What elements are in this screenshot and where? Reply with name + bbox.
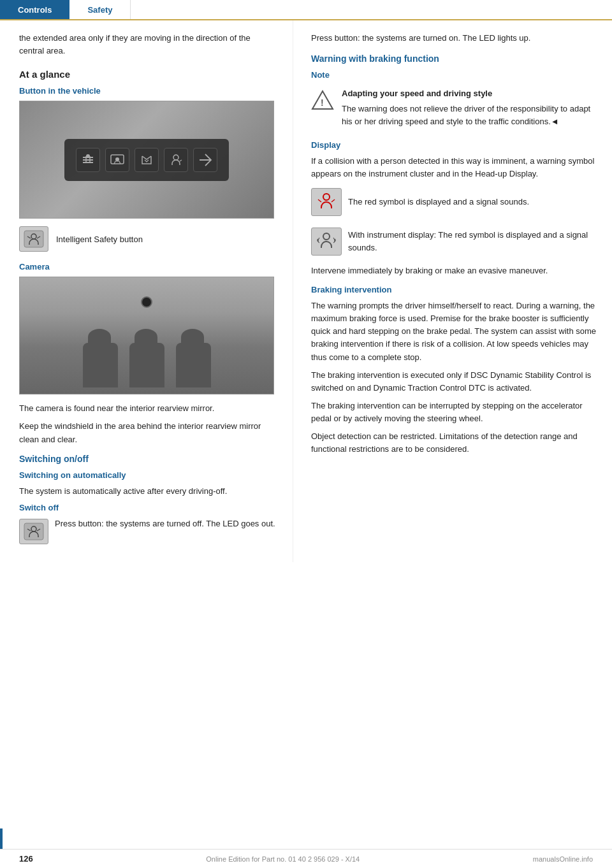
switching-auto-heading: Switching on automatically [19, 470, 277, 480]
header-tabs: Controls Safety [0, 0, 612, 20]
seats-row [83, 343, 211, 387]
svg-point-9 [323, 194, 330, 200]
left-column: the extended area only if they are movin… [0, 20, 293, 562]
display-icon-text-1: The red symbol is displayed and a signal… [348, 196, 529, 208]
svg-point-2 [115, 157, 119, 161]
braking-heading: Braking intervention [311, 285, 597, 294]
display-heading: Display [311, 140, 597, 150]
auto-desc: The system is automatically active after… [19, 485, 277, 498]
tab-controls[interactable]: Controls [0, 0, 69, 19]
display-icon-2 [311, 228, 342, 256]
blue-accent-bar [0, 828, 3, 849]
btn-icon-2 [105, 148, 129, 172]
display-text: If a collision with a person detected in… [311, 155, 597, 180]
tab-safety[interactable]: Safety [69, 0, 131, 19]
seat-center [129, 343, 164, 387]
footer: 126 Online Edition for Part no. 01 40 2 … [0, 849, 612, 868]
vehicle-button-image [19, 101, 274, 219]
switch-off-heading: Switch off [19, 503, 277, 512]
note-text2: The warning does not relieve the driver … [342, 103, 597, 128]
display-icon-text-2: With instrument display: The red symbol … [348, 229, 597, 254]
tab-safety-label: Safety [87, 5, 112, 15]
display-icon-1 [311, 188, 342, 216]
svg-text:!: ! [321, 98, 324, 108]
camera-heading: Camera [19, 262, 277, 271]
online-edition: Online Edition for Part no. 01 40 2 956 … [206, 855, 360, 863]
note-text1: Adapting your speed and driving style [342, 87, 597, 100]
svg-point-10 [323, 233, 330, 240]
display-icon-row-2: With instrument display: The red symbol … [311, 225, 597, 258]
braking-text2: The braking intervention is executed onl… [311, 369, 597, 394]
intelligent-safety-label: Intelligent Safety button [56, 235, 143, 244]
intelligent-safety-row: Intelligent Safety button [19, 226, 277, 252]
warning-box: ! Adapting your speed and driving style … [311, 85, 597, 131]
page-number: 126 [19, 854, 33, 864]
button-in-vehicle-heading: Button in the vehicle [19, 86, 277, 96]
main-content: the extended area only if they are movin… [0, 20, 612, 562]
warning-heading: Warning with braking function [311, 54, 597, 64]
camera-desc1: The camera is found near the interior re… [19, 402, 277, 415]
switch-off-row: Press button: the systems are turned off… [19, 517, 277, 544]
camera-image [19, 277, 274, 394]
warning-triangle-icon: ! [311, 89, 334, 112]
btn-icon-1 [76, 148, 100, 172]
seat-right [176, 343, 211, 387]
braking-text3: The braking intervention can be interrup… [311, 400, 597, 425]
right-column: Press button: the systems are turned on.… [293, 20, 612, 562]
intervene-text: Intervene immediately by braking or make… [311, 264, 597, 277]
svg-point-0 [86, 154, 90, 158]
warning-text-block: Adapting your speed and driving style Th… [342, 87, 597, 128]
braking-text1: The warning prompts the driver himself/h… [311, 300, 597, 364]
at-a-glance-heading: At a glance [19, 69, 277, 80]
camera-dot [141, 296, 152, 308]
braking-text4: Object detection can be restricted. Limi… [311, 430, 597, 456]
btn-icon-3 [135, 148, 159, 172]
btn-icon-5 [193, 148, 217, 172]
svg-point-3 [173, 155, 178, 160]
intro-text: the extended area only if they are movin… [19, 32, 277, 57]
watermark: manualsOnline.info [533, 855, 593, 863]
seat-left [83, 343, 118, 387]
display-icon-row-1: The red symbol is displayed and a signal… [311, 185, 597, 219]
switch-off-desc: Press button: the systems are turned off… [55, 517, 275, 530]
tab-controls-label: Controls [18, 5, 52, 15]
note-label: Note [311, 70, 597, 80]
intelligent-safety-icon [19, 226, 48, 252]
button-panel [64, 139, 229, 181]
switching-heading: Switching on/off [19, 454, 277, 464]
press-button-text: Press button: the systems are turned on.… [311, 32, 597, 45]
switch-off-icon [19, 519, 48, 544]
btn-icon-4 [164, 148, 188, 172]
camera-desc2: Keep the windshield in the area behind t… [19, 420, 277, 445]
